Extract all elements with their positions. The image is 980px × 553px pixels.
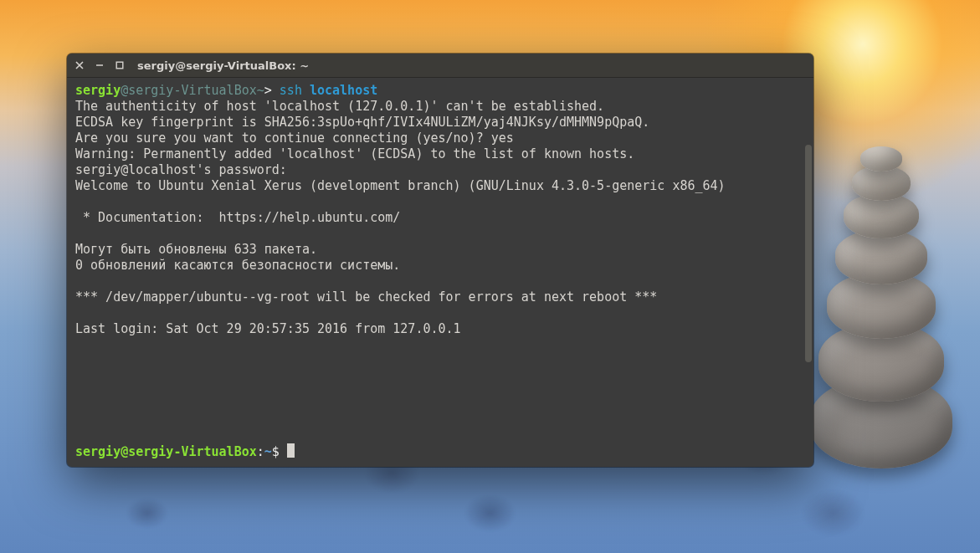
output-line: Are you sure you want to continue connec… bbox=[75, 131, 514, 146]
output-line: Welcome to Ubuntu Xenial Xerus (developm… bbox=[75, 178, 726, 193]
prompt-tilde: ~ bbox=[257, 83, 264, 98]
window-titlebar[interactable]: sergiy@sergiy-VirtualBox: ~ bbox=[67, 54, 813, 78]
terminal-body[interactable]: sergiy@sergiy-VirtualBox~> ssh localhost… bbox=[67, 78, 813, 467]
output-line: Warning: Permanently added 'localhost' (… bbox=[75, 146, 634, 161]
terminal-window[interactable]: sergiy@sergiy-VirtualBox: ~ sergiy@sergi… bbox=[67, 54, 813, 467]
ssh-arg: localhost bbox=[310, 83, 377, 98]
stone bbox=[860, 146, 902, 172]
output-line: *** /dev/mapper/ubuntu--vg-root will be … bbox=[75, 289, 657, 305]
prompt-path: ~ bbox=[264, 444, 272, 459]
output-line: sergiy@localhost's password: bbox=[75, 162, 287, 177]
output-line: ECDSA key fingerprint is SHA256:3spUo+qh… bbox=[75, 115, 649, 130]
output-line: 0 обновлений касаются безопасности систе… bbox=[75, 258, 400, 273]
window-title: sergiy@sergiy-VirtualBox: ~ bbox=[137, 59, 309, 72]
close-icon[interactable] bbox=[74, 59, 85, 71]
prompt-dollar: $ bbox=[272, 444, 287, 459]
maximize-icon[interactable] bbox=[114, 59, 126, 71]
output-line: Last login: Sat Oct 29 20:57:35 2016 fro… bbox=[75, 321, 461, 336]
prompt-colon: : bbox=[257, 444, 264, 459]
terminal-scrollbar[interactable] bbox=[805, 145, 812, 362]
prompt-user: sergiy bbox=[75, 444, 121, 459]
ssh-command: ssh bbox=[280, 83, 302, 98]
output-line: The authenticity of host 'localhost (127… bbox=[75, 99, 604, 114]
wallpaper-stone-stack bbox=[814, 117, 957, 469]
prompt-at: @ bbox=[121, 83, 128, 98]
window-controls bbox=[74, 59, 126, 71]
output-line: * Documentation: https://help.ubuntu.com… bbox=[75, 210, 400, 225]
prompt-at: @ bbox=[121, 444, 128, 459]
cursor bbox=[287, 443, 295, 458]
shell-prompt[interactable]: sergiy@sergiy-VirtualBox:~$ bbox=[75, 443, 805, 460]
prompt-host: sergiy-VirtualBox bbox=[128, 83, 257, 98]
svg-rect-0 bbox=[116, 62, 123, 69]
minimize-icon[interactable] bbox=[94, 59, 105, 71]
prompt-separator: > bbox=[264, 83, 272, 98]
prompt-host: sergiy-VirtualBox bbox=[128, 444, 257, 459]
prompt-user: sergiy bbox=[75, 83, 121, 98]
desktop-wallpaper: sergiy@sergiy-VirtualBox: ~ sergiy@sergi… bbox=[0, 0, 980, 553]
output-line: Могут быть обновлены 633 пакета. bbox=[75, 242, 317, 257]
